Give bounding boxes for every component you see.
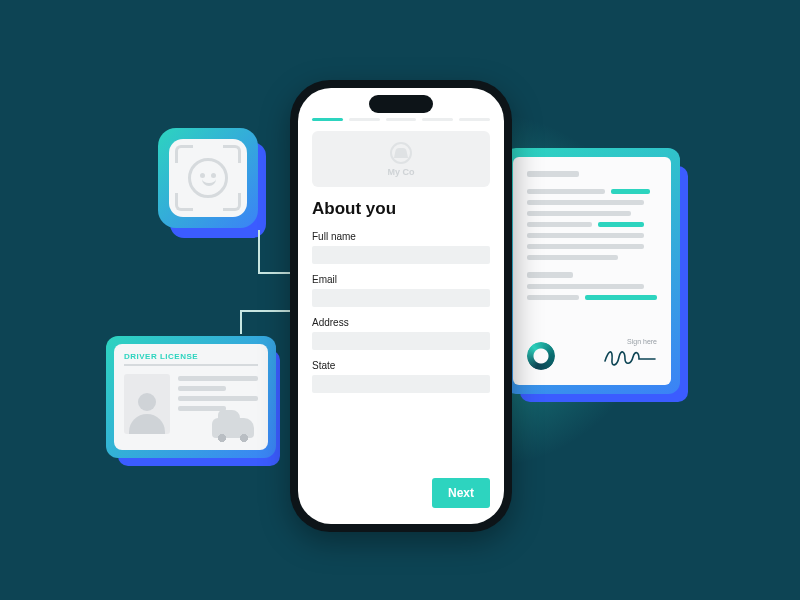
driver-license-card: DRIVER LICENSE bbox=[106, 336, 276, 458]
corner-bracket-icon bbox=[175, 145, 193, 163]
field-full-name: Full name bbox=[312, 231, 490, 264]
field-label: Address bbox=[312, 317, 490, 328]
brand-name: My Co bbox=[388, 167, 415, 177]
driver-license-title: DRIVER LICENSE bbox=[124, 352, 258, 361]
email-input[interactable] bbox=[312, 289, 490, 307]
corner-bracket-icon bbox=[175, 193, 193, 211]
corner-bracket-icon bbox=[223, 145, 241, 163]
signature-box: Sign here bbox=[603, 338, 657, 373]
doc-line bbox=[527, 255, 618, 260]
doc-line bbox=[527, 171, 579, 177]
id-photo-placeholder-icon bbox=[124, 374, 170, 434]
field-email: Email bbox=[312, 274, 490, 307]
progress-step bbox=[349, 118, 380, 121]
divider bbox=[124, 364, 258, 366]
field-label: Full name bbox=[312, 231, 490, 242]
field-state: State bbox=[312, 360, 490, 393]
connector-line bbox=[240, 310, 242, 334]
page-title: About you bbox=[312, 199, 490, 219]
myco-logo-icon bbox=[390, 142, 412, 164]
connector-line bbox=[258, 272, 292, 274]
signature-icon bbox=[603, 347, 657, 369]
field-address: Address bbox=[312, 317, 490, 350]
next-button[interactable]: Next bbox=[432, 478, 490, 508]
progress-step bbox=[459, 118, 490, 121]
phone-frame: My Co About you Full name Email Address … bbox=[290, 80, 512, 532]
full-name-input[interactable] bbox=[312, 246, 490, 264]
field-label: State bbox=[312, 360, 490, 371]
phone-notch bbox=[369, 95, 433, 113]
progress-step bbox=[386, 118, 417, 121]
doc-line bbox=[527, 233, 644, 238]
field-label: Email bbox=[312, 274, 490, 285]
document-card: Sign here bbox=[504, 148, 680, 394]
signature-label: Sign here bbox=[603, 338, 657, 345]
state-input[interactable] bbox=[312, 375, 490, 393]
face-scan-icon bbox=[188, 158, 228, 198]
progress-step bbox=[312, 118, 343, 121]
doc-line bbox=[527, 244, 644, 249]
address-input[interactable] bbox=[312, 332, 490, 350]
doc-line bbox=[527, 272, 573, 278]
phone-screen: My Co About you Full name Email Address … bbox=[298, 88, 504, 524]
progress-step bbox=[422, 118, 453, 121]
ring-stamp-icon bbox=[527, 342, 555, 370]
car-icon bbox=[212, 418, 254, 438]
progress-steps bbox=[312, 118, 490, 121]
doc-line bbox=[527, 211, 631, 216]
brand-banner: My Co bbox=[312, 131, 490, 187]
doc-line bbox=[527, 200, 644, 205]
face-scan-inner bbox=[169, 139, 247, 217]
connector-line bbox=[258, 230, 260, 272]
face-scan-card bbox=[158, 128, 258, 228]
corner-bracket-icon bbox=[223, 193, 241, 211]
connector-line bbox=[240, 310, 292, 312]
